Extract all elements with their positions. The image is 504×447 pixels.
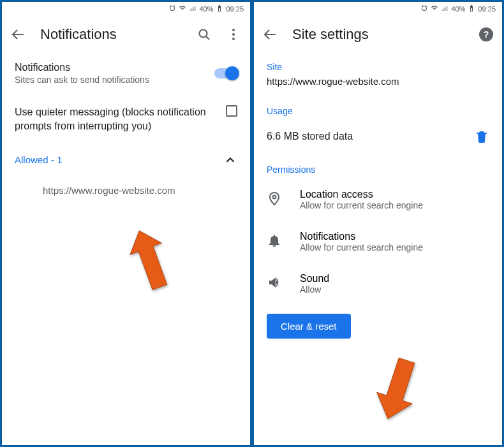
row-primary: Notifications [15,62,205,73]
perm-secondary: Allow for current search engine [300,242,423,253]
alarm-icon [420,4,428,13]
page-title: Notifications [40,26,182,43]
checkbox-unchecked-icon[interactable] [226,105,237,117]
section-permissions-label: Permissions [254,153,502,179]
location-pin-icon [267,191,282,209]
svg-point-3 [232,38,235,40]
back-icon[interactable] [263,27,278,42]
app-bar: Site settings ? [254,16,502,53]
svg-point-0 [200,30,207,38]
usage-text: 6.6 MB stored data [267,131,465,142]
clear-and-reset-button[interactable]: Clear & reset [267,314,351,339]
perm-primary: Notifications [300,231,423,242]
site-settings-screen: 40% 09:25 Site settings ? Site https://w… [252,0,504,447]
row-primary: Use quieter messaging (blocks notificati… [15,105,217,133]
allowed-count: - 1 [51,154,63,165]
bell-icon [267,233,282,251]
chevron-up-icon [223,153,237,167]
permission-sound-row[interactable]: Sound Allow [254,263,502,305]
perm-secondary: Allow [300,284,329,295]
svg-point-4 [273,196,276,199]
svg-point-1 [232,29,235,31]
search-icon[interactable] [196,27,212,42]
battery-percent: 40% [451,5,465,13]
section-site-label: Site [254,53,502,76]
perm-primary: Sound [300,273,329,284]
allowed-section-header[interactable]: Allowed - 1 [2,144,250,176]
notifications-master-toggle-row[interactable]: Notifications Sites can ask to send noti… [2,53,250,94]
signal-icon [189,4,196,13]
signal-icon [441,4,448,13]
more-vert-icon[interactable] [226,27,241,42]
permission-notifications-row[interactable]: Notifications Allow for current search e… [254,221,502,263]
trash-icon[interactable] [474,129,489,144]
clock-time: 09:25 [226,5,244,13]
page-title: Site settings [292,26,465,43]
app-bar: Notifications [2,16,250,53]
clock-time: 09:25 [478,5,496,13]
status-bar: 40% 09:25 [2,2,250,16]
usage-row[interactable]: 6.6 MB stored data [254,120,502,153]
quieter-messaging-row[interactable]: Use quieter messaging (blocks notificati… [2,94,250,144]
battery-icon [216,4,223,13]
notifications-screen: 40% 09:25 Notifications Notifications Si… [0,0,252,447]
row-secondary: Sites can ask to send notifications [15,75,205,85]
wifi-icon [179,4,186,13]
allowed-label: Allowed [15,154,48,165]
perm-secondary: Allow for current search engine [300,200,423,210]
allowed-site-item[interactable]: https://www.rogue-website.com [2,176,250,202]
status-bar: 40% 09:25 [254,2,502,16]
help-icon[interactable]: ? [479,27,493,41]
site-url: https://www.rogue-website.com [254,76,502,89]
battery-percent: 40% [199,5,213,13]
wifi-icon [431,4,438,13]
permission-location-row[interactable]: Location access Allow for current search… [254,179,502,221]
back-icon[interactable] [11,27,26,42]
battery-icon [468,4,475,13]
svg-point-2 [232,33,235,36]
section-usage-label: Usage [254,89,502,120]
toggle-on-icon[interactable] [214,68,237,78]
sound-icon [267,275,282,293]
alarm-icon [168,4,176,13]
perm-primary: Location access [300,189,423,200]
